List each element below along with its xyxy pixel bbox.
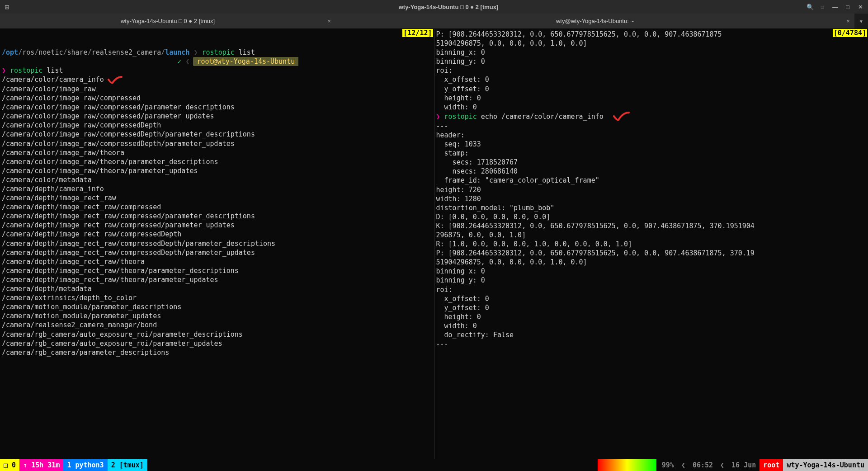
blank-line (0, 30, 434, 39)
topic-line: /camera/depth/image_rect_raw/theora (0, 257, 434, 266)
topic-line: /camera/motion_module/parameter_descript… (0, 302, 434, 311)
topic-line: /camera/color/image_raw/compressedDepth (0, 121, 434, 130)
output-line: 51904296875, 0.0, 0.0, 0.0, 1.0, 0.0] (434, 258, 868, 267)
path-root: /opt (2, 48, 18, 57)
topic-line: /camera/depth/image_rect_raw/theora/para… (0, 275, 434, 284)
output-line: height: 720 (434, 185, 868, 194)
sb-battery-pct: 99% (658, 459, 678, 471)
output-line: y_offset: 0 (434, 85, 868, 94)
left-pane[interactable]: [12/12] /opt/ros/noetic/share/realsense2… (0, 29, 434, 459)
sb-session[interactable]: □ 0 (0, 459, 19, 471)
output-line: distortion_model: "plumb_bob" (434, 203, 868, 212)
output-line: frame_id: "camera_color_optical_frame" (434, 176, 868, 185)
topic-line: /camera/depth/image_rect_raw (0, 193, 434, 203)
topic-line: /camera/color/camera_info (0, 75, 434, 85)
rostopic-cmd: rostopic (202, 48, 235, 57)
prompt-arrow-icon: ❯ (436, 112, 440, 120)
output-line: roi: (434, 66, 868, 75)
output-line (434, 349, 868, 358)
prompt-arg: echo /camera/color/camera_info (481, 112, 604, 120)
window-title: wty-Yoga-14s-Ubuntu □ 0 ● 2 [tmux] (90, 4, 807, 10)
output-line: height: 0 (434, 94, 868, 103)
output-line: binning_x: 0 (434, 48, 868, 57)
user-badge-line: ✓ ❮root@wty-Yoga-14s-Ubuntu (0, 57, 434, 66)
output-line: nsecs: 280686140 (434, 167, 868, 176)
path-prompt-line: /opt/ros/noetic/share/realsense2_camera/… (0, 48, 434, 57)
output-line: width: 0 (434, 321, 868, 330)
output-line: D: [0.0, 0.0, 0.0, 0.0, 0.0] (434, 212, 868, 221)
output-line: binning_x: 0 (434, 267, 868, 276)
output-line: roi: (434, 285, 868, 294)
prompt-line: ❯ rostopic list (0, 66, 434, 75)
output-line: 51904296875, 0.0, 0.0, 0.0, 1.0, 0.0] (434, 39, 868, 48)
topic-line: /camera/extrinsics/depth_to_color (0, 293, 434, 302)
topic-line: /camera/rgb_camera/parameter_description… (0, 348, 434, 357)
topic-line: /camera/color/image_raw/theora (0, 148, 434, 157)
right-prompt-line: ❯ rostopic echo /camera/color/camera_inf… (434, 112, 868, 122)
output-line: y_offset: 0 (434, 303, 868, 312)
output-line: do_rectify: False (434, 330, 868, 339)
right-body-output: ---header: seq: 1033 stamp: secs: 171852… (434, 122, 868, 358)
topic-line: /camera/color/image_raw/compressed (0, 94, 434, 103)
sb-uptime: ↑ 15h 31m (19, 459, 63, 471)
output-line: secs: 1718520767 (434, 158, 868, 167)
topic-line: /camera/depth/image_rect_raw/compressedD… (0, 239, 434, 248)
main-area: [12/12] /opt/ros/noetic/share/realsense2… (0, 29, 868, 459)
topic-line: /camera/color/image_raw/compressed/param… (0, 112, 434, 121)
tab-bar: wty-Yoga-14s-Ubuntu □ 0 ● 2 [tmux] × wty… (0, 14, 868, 29)
topic-line: /camera/color/image_raw/theora/parameter… (0, 157, 434, 166)
topic-line: /camera/depth/image_rect_raw/compressed/… (0, 221, 434, 230)
prompt-arrow-icon: ❯ (2, 66, 6, 75)
topic-line: /camera/color/image_raw (0, 85, 434, 94)
tab-1[interactable]: wty-Yoga-14s-Ubuntu □ 0 ● 2 [tmux] × (0, 14, 335, 28)
topic-line: /camera/depth/image_rect_raw/compressed/… (0, 212, 434, 221)
red-check-annotation (612, 112, 630, 122)
check-icon: ✓ (177, 57, 181, 66)
tab-2[interactable]: wty@wty-Yoga-14s-Ubuntu: ~ × (335, 14, 854, 28)
tab-1-close-icon[interactable]: × (327, 18, 331, 24)
output-line: 296875, 0.0, 0.0, 1.0] (434, 231, 868, 240)
topics-list: /camera/color/camera_info/camera/color/i… (0, 75, 434, 357)
output-line: seq: 1033 (434, 140, 868, 149)
sb-battery-gradient (598, 459, 656, 471)
topic-line: /camera/depth/image_rect_raw/compressedD… (0, 248, 434, 257)
output-line: K: [908.2644653320312, 0.0, 650.67797851… (434, 221, 868, 231)
sb-window-1[interactable]: 1 python3 (63, 459, 107, 471)
sb-user: root (760, 459, 783, 471)
maximize-icon[interactable]: □ (844, 4, 851, 10)
right-pane[interactable]: [0/4784] P: [908.2644653320312, 0.0, 650… (434, 29, 868, 459)
hamburger-icon[interactable]: ≡ (819, 4, 826, 10)
window-titlebar: ⊞ wty-Yoga-14s-Ubuntu □ 0 ● 2 [tmux] 🔍 ≡… (0, 0, 868, 14)
output-line: binning_y: 0 (434, 57, 868, 66)
minimize-icon[interactable]: — (832, 4, 838, 10)
right-top-output: P: [908.2644653320312, 0.0, 650.67797851… (434, 30, 868, 112)
output-line: --- (434, 339, 868, 349)
output-line: R: [1.0, 0.0, 0.0, 0.0, 1.0, 0.0, 0.0, 0… (434, 240, 868, 249)
topic-line: /camera/rgb_camera/auto_exposure_roi/par… (0, 330, 434, 339)
tab-1-label: wty-Yoga-14s-Ubuntu □ 0 ● 2 [tmux] (121, 18, 215, 24)
topic-line: /camera/rgb_camera/auto_exposure_roi/par… (0, 339, 434, 348)
topic-line: /camera/depth/image_rect_raw/theora/para… (0, 266, 434, 275)
search-icon[interactable]: 🔍 (807, 4, 813, 10)
topic-line: /camera/color/image_raw/theora/parameter… (0, 166, 434, 175)
output-line: width: 1280 (434, 194, 868, 203)
sb-window-2[interactable]: 2 [tmux] (108, 459, 147, 471)
topic-line: /camera/color/image_raw/compressedDepth/… (0, 130, 434, 139)
close-icon[interactable]: ✕ (857, 4, 863, 10)
right-counter-badge: [0/4784] (833, 29, 867, 37)
red-check-annotation (107, 75, 123, 85)
prompt-cmd: rostopic (10, 66, 42, 75)
output-line: binning_y: 0 (434, 276, 868, 285)
output-line: P: [908.2644653320312, 0.0, 650.67797851… (434, 30, 868, 39)
topic-line: /camera/realsense2_camera_manager/bond (0, 320, 434, 330)
sb-host: wty-Yoga-14s-Ubuntu (783, 459, 868, 471)
topic-line: /camera/depth/image_rect_raw/compressedD… (0, 230, 434, 239)
prompt-cmd: rostopic (444, 112, 477, 120)
blank-line (0, 39, 434, 48)
tab-2-label: wty@wty-Yoga-14s-Ubuntu: ~ (556, 18, 634, 24)
tab-2-close-icon[interactable]: × (846, 18, 850, 24)
output-line: x_offset: 0 (434, 294, 868, 303)
output-line: width: 0 (434, 103, 868, 112)
tab-dropdown-icon[interactable]: ▾ (854, 14, 868, 28)
new-tab-icon[interactable]: ⊞ (4, 4, 10, 10)
